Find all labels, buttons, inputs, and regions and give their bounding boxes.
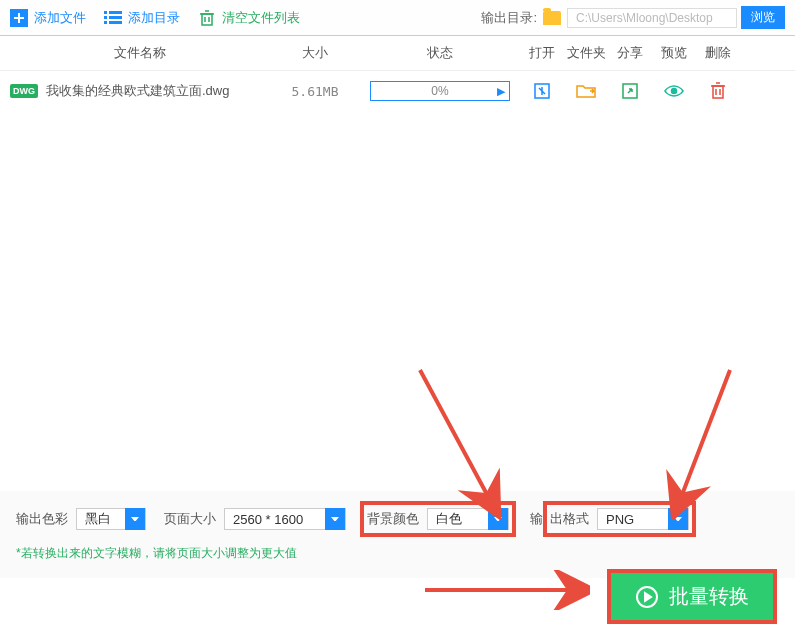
page-label: 页面大小 bbox=[164, 510, 216, 528]
clear-list-label: 清空文件列表 bbox=[222, 9, 300, 27]
toolbar: 添加文件 添加目录 清空文件列表 输出目录: C:\Users\Mloong\D… bbox=[0, 0, 795, 36]
table-row[interactable]: DWG 我收集的经典欧式建筑立面.dwg 5.61MB 0% ▶ bbox=[0, 71, 795, 111]
svg-rect-3 bbox=[104, 21, 107, 24]
progress-bar[interactable]: 0% ▶ bbox=[370, 81, 510, 101]
trash-icon bbox=[198, 9, 216, 27]
file-list: DWG 我收集的经典欧式建筑立面.dwg 5.61MB 0% ▶ bbox=[0, 71, 795, 491]
add-dir-button[interactable]: 添加目录 bbox=[104, 9, 180, 27]
page-setting: 页面大小 2560 * 1600 bbox=[164, 508, 346, 530]
color-select[interactable]: 黑白 bbox=[76, 508, 146, 530]
svg-rect-11 bbox=[713, 86, 723, 98]
bg-label: 背景颜色 bbox=[367, 510, 419, 528]
bg-select[interactable]: 白色 bbox=[427, 508, 509, 530]
header-delete: 删除 bbox=[696, 44, 740, 62]
format-select[interactable]: PNG bbox=[597, 508, 689, 530]
header-name: 文件名称 bbox=[10, 44, 270, 62]
svg-rect-7 bbox=[202, 14, 212, 25]
file-name: 我收集的经典欧式建筑立面.dwg bbox=[46, 82, 229, 100]
fmt-prefix: 输 bbox=[530, 510, 543, 528]
header-folder: 文件夹 bbox=[564, 44, 608, 62]
file-type-badge: DWG bbox=[10, 84, 38, 98]
share-button[interactable] bbox=[608, 82, 652, 100]
svg-point-10 bbox=[672, 89, 677, 94]
chevron-down-icon bbox=[488, 508, 508, 530]
output-dir-label: 输出目录: bbox=[481, 9, 537, 27]
svg-rect-6 bbox=[109, 21, 122, 24]
progress-value: 0% bbox=[431, 84, 448, 98]
chevron-down-icon bbox=[325, 508, 345, 530]
chevron-down-icon bbox=[125, 508, 145, 530]
header-preview: 预览 bbox=[652, 44, 696, 62]
file-size: 5.61MB bbox=[270, 84, 360, 99]
add-file-label: 添加文件 bbox=[34, 9, 86, 27]
svg-rect-5 bbox=[109, 16, 122, 19]
preview-button[interactable] bbox=[652, 84, 696, 98]
header-status: 状态 bbox=[360, 44, 520, 62]
format-setting: 出格式 PNG bbox=[547, 505, 692, 533]
svg-rect-4 bbox=[109, 11, 122, 14]
play-icon: ▶ bbox=[497, 85, 505, 98]
add-file-icon bbox=[10, 9, 28, 27]
header-open: 打开 bbox=[520, 44, 564, 62]
batch-convert-button[interactable]: 批量转换 bbox=[611, 573, 773, 578]
list-icon bbox=[104, 9, 122, 27]
color-label: 输出色彩 bbox=[16, 510, 68, 528]
output-path-input[interactable]: C:\Users\Mloong\Desktop bbox=[567, 8, 737, 28]
folder-icon bbox=[543, 11, 561, 25]
add-dir-label: 添加目录 bbox=[128, 9, 180, 27]
add-file-button[interactable]: 添加文件 bbox=[10, 9, 86, 27]
chevron-down-icon bbox=[668, 508, 688, 530]
fmt-label: 出格式 bbox=[550, 510, 589, 528]
delete-button[interactable] bbox=[696, 82, 740, 100]
browse-button[interactable]: 浏览 bbox=[741, 6, 785, 29]
header-share: 分享 bbox=[608, 44, 652, 62]
svg-rect-2 bbox=[104, 16, 107, 19]
page-select[interactable]: 2560 * 1600 bbox=[224, 508, 346, 530]
clear-list-button[interactable]: 清空文件列表 bbox=[198, 9, 300, 27]
settings-bar: 输出色彩 黑白 页面大小 2560 * 1600 背景颜色 白色 输 出格式 P… bbox=[0, 491, 795, 541]
header-size: 大小 bbox=[270, 44, 360, 62]
color-setting: 输出色彩 黑白 bbox=[16, 508, 146, 530]
svg-rect-1 bbox=[104, 11, 107, 14]
open-button[interactable] bbox=[520, 82, 564, 100]
table-header: 文件名称 大小 状态 打开 文件夹 分享 预览 删除 bbox=[0, 36, 795, 71]
bg-setting: 背景颜色 白色 bbox=[364, 505, 512, 533]
folder-button[interactable] bbox=[564, 83, 608, 99]
